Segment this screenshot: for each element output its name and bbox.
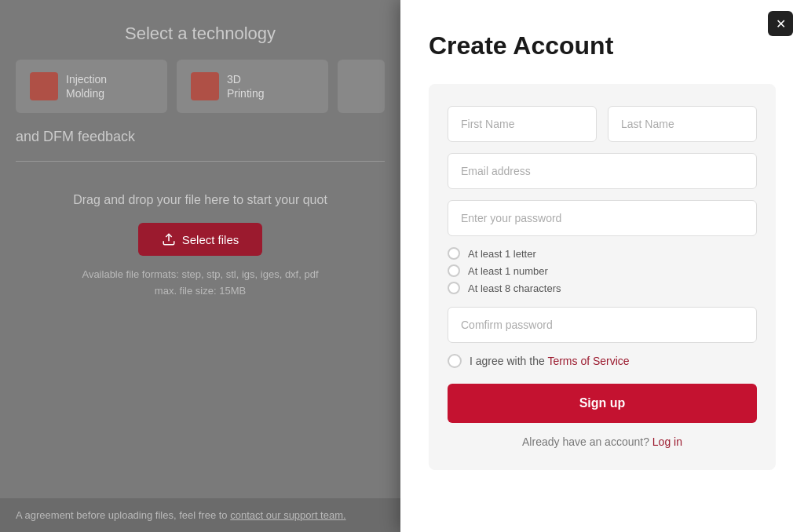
background-panel: Select a technology InjectionMolding 3DP… (0, 0, 400, 532)
password-group (448, 200, 757, 236)
signup-button[interactable]: Sign up (448, 384, 757, 423)
3d-printing-label: 3DPrinting (227, 72, 264, 100)
injection-label: InjectionMolding (66, 72, 107, 100)
select-technology-title: Select a technology (16, 24, 385, 44)
password-requirements: At least 1 letter At least 1 number At l… (448, 247, 757, 294)
req-circle-letter (448, 247, 460, 260)
form-section: At least 1 letter At least 1 number At l… (429, 84, 776, 470)
req-item-number: At least 1 number (448, 264, 757, 277)
dfm-text: and DFM feedback (16, 129, 385, 145)
tech-card-3d[interactable]: 3DPrinting (177, 60, 328, 113)
modal-content: Create Account At least 1 letter (400, 0, 804, 494)
modal-title: Create Account (429, 31, 776, 60)
terms-checkbox[interactable] (448, 354, 462, 368)
email-group (448, 153, 757, 189)
terms-text: I agree with the Terms of Service (470, 355, 630, 367)
footer-text: A agreement before uploading files, feel… (16, 509, 228, 521)
login-text: Already have an account? (522, 435, 649, 448)
drag-drop-text: Drag and drop your file here to start yo… (16, 193, 385, 207)
tech-cards-row: InjectionMolding 3DPrinting (16, 60, 385, 113)
confirm-password-group (448, 307, 757, 343)
req-label-letter: At least 1 letter (468, 248, 536, 260)
name-row (448, 106, 757, 142)
terms-link[interactable]: Terms of Service (547, 355, 629, 367)
login-row: Already have an account? Log in (448, 435, 757, 448)
req-label-number: At least 1 number (468, 265, 548, 277)
tech-card-injection[interactable]: InjectionMolding (16, 60, 167, 113)
create-account-modal: ✕ Create Account At least 1 letter (400, 0, 804, 532)
select-files-label: Select files (182, 233, 239, 246)
password-field[interactable] (448, 200, 757, 236)
req-circle-chars (448, 282, 460, 294)
close-button[interactable]: ✕ (768, 11, 793, 36)
tech-card-partial (338, 60, 385, 113)
req-circle-number (448, 264, 460, 277)
first-name-field[interactable] (448, 106, 597, 142)
divider (16, 161, 385, 162)
confirm-password-field[interactable] (448, 307, 757, 343)
last-name-field[interactable] (608, 106, 757, 142)
req-item-chars: At least 8 characters (448, 282, 757, 294)
drag-drop-section: Drag and drop your file here to start yo… (16, 177, 385, 315)
select-files-button[interactable]: Select files (138, 223, 263, 256)
file-formats-text: Available file formats: step, stp, stl, … (16, 267, 385, 300)
req-label-chars: At least 8 characters (468, 282, 561, 294)
3d-printing-icon (191, 72, 219, 100)
terms-row: I agree with the Terms of Service (448, 354, 757, 368)
email-field[interactable] (448, 153, 757, 189)
footer: A agreement before uploading files, feel… (0, 498, 400, 532)
upload-icon (162, 232, 176, 246)
login-link[interactable]: Log in (652, 435, 682, 448)
req-item-letter: At least 1 letter (448, 247, 757, 260)
support-link[interactable]: contact our support team. (230, 509, 345, 521)
injection-icon (30, 72, 58, 100)
